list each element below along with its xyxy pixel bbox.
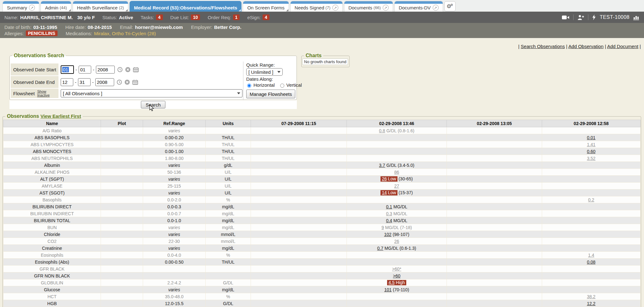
tasks-label: Tasks: [141,15,154,20]
calendar-icon[interactable] [132,79,138,85]
start-day-input[interactable] [79,66,91,74]
observation-value-link[interactable]: 0.8 [379,128,385,133]
observation-value-link[interactable]: 0.08 [587,260,595,265]
time-picker-icon[interactable] [117,79,122,85]
tab-documents[interactable]: Documents(66)↗ [344,1,393,12]
table-row-abs-lymphocytes: ABS LYMPHOCYTES0.90-5.00TH/UL1.41 [3,141,641,148]
observation-value-link[interactable]: 9 [381,225,384,230]
person-add-icon [577,15,584,20]
end-year-input[interactable] [95,78,114,86]
charts-button[interactable] [633,15,640,20]
allergy-badge[interactable]: PENICILLINS [26,30,58,36]
tasks-badge[interactable]: 4 [156,14,163,20]
observation-value-link[interactable]: >60 [393,273,401,278]
tab-documents-dv[interactable]: Documents-DV↗ [394,1,443,12]
observation-value-link[interactable]: 26 [382,176,387,181]
obs-value-col-3 [447,286,542,293]
video-call-button[interactable] [562,15,569,20]
observation-value-link[interactable]: 1.4 [588,253,594,258]
observation-value-link[interactable]: 0.2 [588,197,594,202]
observation-value-link[interactable]: 0.1 [386,204,392,209]
observation-value-link[interactable]: 0.3 [386,211,392,216]
radio-vertical-input[interactable] [280,84,284,88]
col-header-units: Units [206,120,251,127]
observation-value-link[interactable]: 14 [382,190,387,195]
obs-plot-cell [101,259,143,266]
calendar-icon[interactable] [133,67,139,72]
show-inactive-link[interactable]: Show Inactive [37,90,58,97]
separator: , [109,31,112,36]
observation-value-link[interactable]: 102 [384,232,391,237]
obs-value-col-3 [447,272,542,279]
observation-value-link[interactable]: 0.4 [386,218,392,223]
date-end-fields [61,76,138,88]
quick-action-button[interactable] [592,14,596,20]
observation-value-link[interactable]: 3.52 [587,156,595,161]
observation-value-link[interactable]: 38.2 [587,294,595,299]
obs-value-col-2: 0.1 MG/DL [347,203,447,210]
tab-medical-record-53-observations-flowsheets[interactable]: Medical Record (53):Observations/Flowshe… [130,1,242,12]
observation-value-link[interactable]: 12.2 [587,301,595,306]
flowsheet-select[interactable]: [ All Observations ] [61,89,242,97]
obs-name: HCT [3,293,101,300]
esign-badge[interactable]: 4 [263,14,269,20]
obs-value-col-4 [542,176,641,183]
tab-summary[interactable]: Summary↗ [3,1,39,12]
radio-horizontal-input[interactable] [247,84,251,88]
tab-needs-signed[interactable]: Needs Signed(7)↗ [290,1,343,12]
tab-settings-button[interactable]: ⚙⚙ [444,1,456,11]
observation-value-link[interactable]: 3.7 [379,163,385,168]
end-month-input[interactable] [61,78,73,86]
obs-value-col-2 [347,141,447,148]
observation-value-link[interactable]: 0.7 [377,246,383,251]
obs-value-col-4: 0.08 [542,259,641,266]
date-end-label: Observed Date End [11,76,58,88]
observation-value-link[interactable]: 4.5 [388,280,394,285]
search-button[interactable]: Search [141,101,165,108]
external-link-icon[interactable]: ↗ [332,5,338,11]
time-picker-icon[interactable] [117,67,123,72]
obs-ref-range: 0.0-1.0 [143,217,206,224]
manage-flowsheets-button[interactable]: Manage Flowsheets [246,90,295,98]
tab-on-screen-forms[interactable]: On Screen Forms [243,1,289,12]
quick-range-select[interactable]: [ Unlimited ] [246,68,283,76]
tab-admin[interactable]: Admin(44) [41,1,71,12]
observation-value-link[interactable]: >60* [392,266,401,271]
obs-value-col-2: 0.3 MG/DL [347,210,447,217]
name-label: Name: [4,15,18,20]
order-req-badge[interactable]: 1 [233,14,240,20]
link-add-observation[interactable]: Add Observation [569,44,604,49]
table-row-bun: BUNvariesmg/dL9 MG/DL (7-18) [3,224,641,231]
table-row-eosinophils-abs: Eosinophils (Abs)0.00-0.50TH/UL0.08 [3,259,641,266]
obs-plot-cell [101,162,143,169]
observation-value-link[interactable]: 101 [384,287,391,292]
observation-value-link[interactable]: 0.01 [587,135,595,140]
clear-date-icon[interactable] [125,67,130,72]
observation-value-link[interactable]: 27 [394,184,399,189]
external-link-icon[interactable]: ↗ [433,5,439,11]
radio-horizontal[interactable]: Horizontal [246,82,275,88]
add-person-button[interactable] [577,15,584,20]
link-add-document[interactable]: Add Document [607,44,638,49]
observation-value-link[interactable]: 0.60 [587,149,595,154]
radio-vertical[interactable]: Vertical [279,82,302,88]
tab-health-surveillance[interactable]: Health Surveillance(2) [73,1,128,12]
start-year-input[interactable] [96,66,115,74]
medication-link-ortho-tri-cyclen-28[interactable]: Ortho Tri-Cyclen (28) [112,31,156,36]
observation-value-link[interactable]: 1.41 [587,142,595,147]
view-earliest-first-link[interactable]: View Earliest First [41,113,81,119]
start-month-input[interactable]: 01 [61,65,74,74]
order-req-group: Order Req: 1 [208,14,240,20]
status-group: Status: Active [103,15,133,20]
link-search-observations[interactable]: Search Observations [521,44,565,49]
clear-date-icon[interactable] [125,79,130,85]
external-link-icon[interactable]: ↗ [29,5,35,11]
tab-label: On Screen Forms [247,5,284,10]
observation-value-link[interactable]: 86 [394,170,399,175]
due-list-badge[interactable]: 10 [191,14,200,20]
obs-name: HGB [3,300,101,307]
medication-link-miralax[interactable]: Miralax [94,31,109,36]
observation-value-link[interactable]: 26 [394,239,399,244]
external-link-icon[interactable]: ↗ [383,5,389,11]
end-day-input[interactable] [78,78,91,86]
